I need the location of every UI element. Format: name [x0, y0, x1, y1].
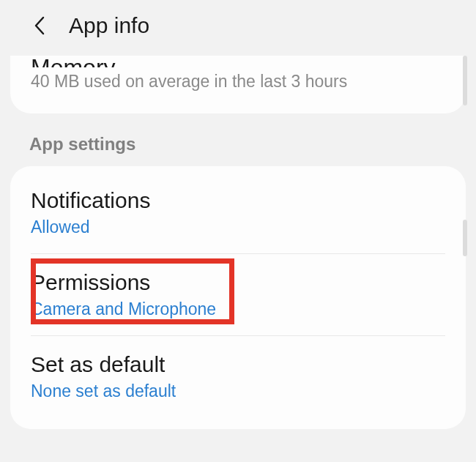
back-icon[interactable] [29, 15, 50, 36]
set-default-subtitle: None set as default [31, 381, 445, 401]
notifications-title: Notifications [31, 188, 445, 213]
notifications-subtitle: Allowed [31, 217, 445, 237]
set-default-title: Set as default [31, 352, 445, 377]
memory-card[interactable]: Memory 40 MB used on average in the last… [10, 56, 466, 113]
notifications-item[interactable]: Notifications Allowed [10, 172, 466, 253]
permissions-subtitle: Camera and Microphone [31, 299, 445, 319]
memory-title: Memory [31, 56, 445, 67]
permissions-title: Permissions [31, 270, 445, 295]
section-label: App settings [0, 125, 476, 166]
scrollbar-thumb[interactable] [463, 220, 467, 256]
scrollbar-thumb[interactable] [463, 56, 467, 105]
memory-subtitle: 40 MB used on average in the last 3 hour… [31, 72, 445, 92]
header-bar: App info [0, 0, 476, 56]
page-title: App info [69, 13, 149, 38]
settings-card: Notifications Allowed Permissions Camera… [10, 166, 466, 429]
set-default-item[interactable]: Set as default None set as default [10, 336, 466, 417]
permissions-item[interactable]: Permissions Camera and Microphone [10, 254, 466, 335]
